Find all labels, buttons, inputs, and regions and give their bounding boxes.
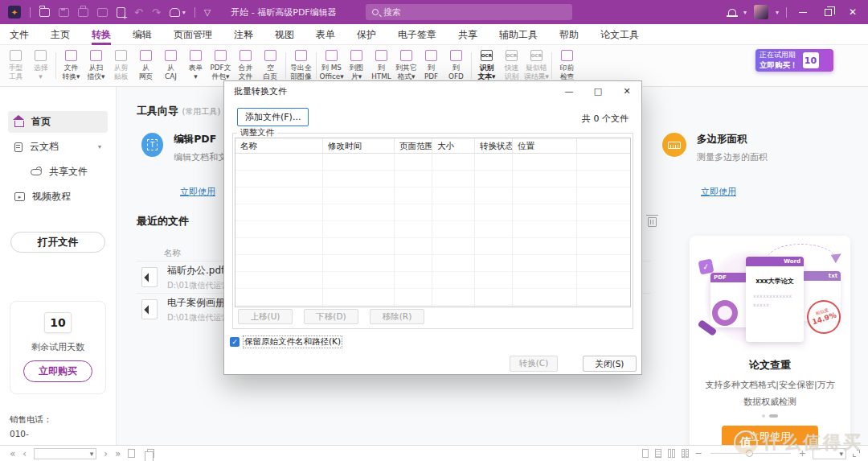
zoom-slider-thumb[interactable]: [746, 450, 753, 457]
chevron-down-icon[interactable]: ▾: [776, 9, 779, 16]
table-column-header[interactable]: 修改时间: [323, 138, 395, 153]
table-column-header[interactable]: 大小: [432, 138, 475, 153]
ribbon-button[interactable]: 手型工具: [3, 45, 28, 86]
magnifier-icon: [712, 300, 738, 326]
keep-original-label[interactable]: 保留原始文件名和路径(K): [244, 336, 342, 348]
notifications-bell-icon[interactable]: [728, 9, 736, 16]
minimize-button[interactable]: [794, 0, 812, 24]
ribbon-button[interactable]: 从CAJ: [158, 45, 183, 86]
menu-tab[interactable]: 论文工具: [600, 24, 639, 45]
layout-facing-continuous-icon[interactable]: [682, 449, 689, 458]
menu-tab[interactable]: 帮助: [559, 24, 579, 45]
menu-tab[interactable]: 转换: [92, 24, 111, 45]
print-icon[interactable]: [78, 8, 88, 17]
collapse-ribbon-icon[interactable]: ▽: [204, 7, 211, 18]
sidebar-item-home[interactable]: 首页: [8, 111, 108, 133]
restore-button[interactable]: [819, 0, 837, 24]
move-up-button[interactable]: 上移(U): [238, 309, 293, 324]
dialog-maximize-button[interactable]: □: [583, 81, 612, 101]
undo-icon[interactable]: ↶: [134, 7, 143, 18]
menu-tab[interactable]: 主页: [51, 24, 70, 45]
table-column-header[interactable]: 名称: [235, 138, 323, 153]
to-ms-office-icon: [326, 50, 338, 61]
table-column-header[interactable]: [577, 138, 630, 153]
sidebar-item-video-tutorials[interactable]: ▸ 视频教程: [8, 186, 108, 208]
menu-tab[interactable]: 电子签章: [398, 24, 436, 45]
ocr-text-icon: OCR: [481, 50, 493, 61]
move-down-button[interactable]: 下移(D): [304, 309, 358, 324]
last-page-button[interactable]: »: [115, 449, 121, 459]
layout-single-icon[interactable]: [642, 449, 649, 458]
next-page-button[interactable]: ›: [104, 449, 108, 459]
table-column-header[interactable]: 页面范围: [395, 138, 432, 153]
layout-continuous-icon[interactable]: [655, 449, 661, 458]
hand-tool-dropdown[interactable]: ▾: [170, 8, 186, 17]
menu-tab[interactable]: 页面管理: [174, 24, 212, 45]
zoom-out-button[interactable]: −: [695, 449, 702, 458]
search-icon: [372, 9, 379, 15]
save-icon[interactable]: [59, 8, 69, 17]
ribbon-button[interactable]: 选择▾: [28, 45, 53, 86]
ribbon-button[interactable]: 文件转换▾: [59, 45, 84, 86]
ribbon-button[interactable]: 从剪贴板: [108, 45, 133, 86]
ribbon-button[interactable]: 从扫描仪▾: [84, 45, 108, 86]
search-input[interactable]: 搜索: [366, 4, 572, 20]
menu-tab[interactable]: 表单: [316, 24, 335, 45]
carousel-dots[interactable]: [690, 414, 850, 418]
chevron-down-icon: ▾: [182, 9, 186, 16]
user-avatar[interactable]: [754, 5, 768, 19]
use-now-link[interactable]: 立即使用: [701, 187, 736, 197]
files-table-body[interactable]: [235, 154, 630, 307]
menu-tab[interactable]: 编辑: [133, 24, 152, 45]
divider: [30, 7, 31, 18]
menu-tab[interactable]: 注释: [234, 24, 253, 45]
menu-bar: 文件 主页 转换 编辑 页面管理 注释 视图 表单 保护 电子签章 共享 辅助工…: [0, 24, 868, 45]
sidebar-item-shared-files[interactable]: 共享文件: [24, 161, 108, 183]
menu-tab[interactable]: 保护: [357, 24, 376, 45]
first-page-button[interactable]: «: [10, 449, 15, 459]
layout-facing-icon[interactable]: [668, 449, 675, 458]
divider: [194, 7, 195, 18]
ribbon-button[interactable]: 从网页: [133, 45, 158, 86]
convert-button[interactable]: 转换(C): [510, 356, 558, 372]
document-icon: [14, 142, 23, 152]
fit-page-icon[interactable]: [853, 450, 860, 457]
menu-tab[interactable]: 文件: [10, 24, 29, 45]
zoom-in-button[interactable]: +: [799, 449, 806, 458]
ribbon-button[interactable]: 表单▾: [183, 45, 208, 86]
chevron-down-icon[interactable]: ▾: [743, 9, 747, 16]
to-other-format-icon: [400, 50, 412, 61]
open-file-icon[interactable]: [39, 8, 50, 17]
menu-tab[interactable]: 辅助工具: [499, 24, 538, 45]
clear-recent-trash-icon[interactable]: [648, 217, 657, 227]
previous-page-button[interactable]: ‹: [23, 449, 27, 459]
table-column-header[interactable]: 位置: [513, 138, 577, 153]
menu-tab[interactable]: 共享: [458, 24, 477, 45]
use-now-link[interactable]: 立即使用: [180, 187, 215, 197]
add-files-button[interactable]: 添加文件(F)...: [237, 108, 309, 126]
dialog-close-button[interactable]: ✕: [612, 81, 641, 101]
zoom-percent-combo[interactable]: ▾: [813, 448, 846, 459]
remove-button[interactable]: 移除(R): [370, 309, 424, 324]
menu-tab[interactable]: 视图: [275, 24, 294, 45]
adjust-files-group: 调整文件 名称 修改时间 页面范围 大小 转换状态 位置: [232, 133, 633, 329]
buy-now-button[interactable]: 立即购买: [23, 360, 92, 382]
page-number-combo[interactable]: ▾: [34, 448, 96, 459]
trial-purchase-badge[interactable]: 正在试用期 立即购买！ 10: [755, 49, 833, 72]
dialog-title-bar[interactable]: 批量转换文件 — □ ✕: [224, 81, 641, 101]
chevron-down-icon[interactable]: ▾: [98, 143, 101, 150]
keep-original-checkbox[interactable]: ✓: [230, 337, 240, 347]
insert-page-icon[interactable]: [117, 7, 125, 18]
single-page-icon[interactable]: [128, 449, 135, 458]
close-button[interactable]: ✕: [844, 0, 862, 24]
dialog-minimize-button[interactable]: —: [555, 81, 583, 101]
create-pdf-icon[interactable]: [97, 8, 108, 17]
dialog-close-action-button[interactable]: 关闭(S): [583, 356, 637, 372]
open-file-button[interactable]: 打开文件: [10, 232, 105, 253]
zoom-slider[interactable]: [710, 453, 791, 454]
multi-page-icon[interactable]: [147, 449, 154, 458]
redo-icon[interactable]: ↷: [152, 7, 161, 18]
sidebar-item-cloud-docs[interactable]: 云文档 ▾: [8, 136, 108, 158]
table-column-header[interactable]: 转换状态: [475, 138, 513, 153]
form-icon: [190, 50, 202, 61]
